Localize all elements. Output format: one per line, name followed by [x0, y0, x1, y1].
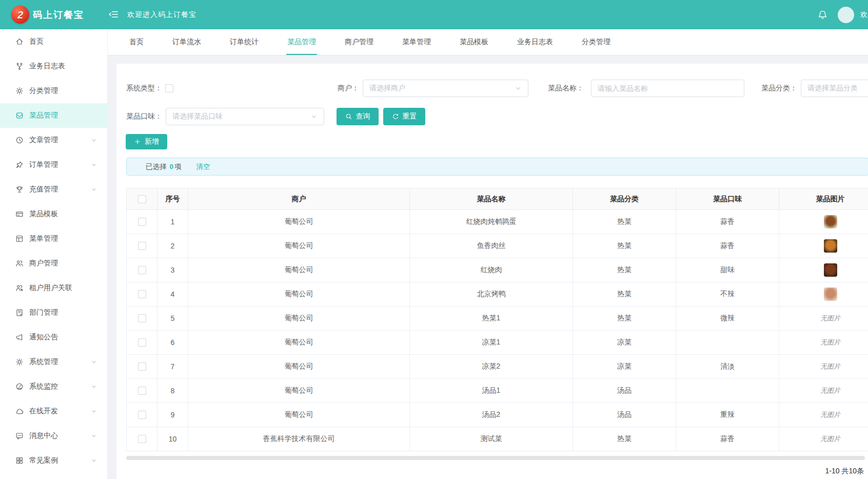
row-index: 9 — [157, 403, 188, 427]
megaphone-icon — [15, 333, 24, 341]
sidebar-item-label: 充值管理 — [29, 185, 58, 194]
row-checkbox[interactable] — [138, 338, 146, 347]
dish-flavor-cell: 微辣 — [676, 306, 779, 331]
sidebar-item-dish[interactable]: 菜品管理 — [0, 103, 107, 128]
sidebar-item-shop[interactable]: 商户管理 — [0, 251, 107, 276]
merchant-cell: 葡萄公司 — [188, 355, 410, 379]
merchant-cell: 葡萄公司 — [188, 379, 410, 403]
tab-2[interactable]: 订单流水 — [158, 29, 215, 55]
system-type-checkbox[interactable] — [165, 84, 173, 92]
row-index: 8 — [157, 379, 188, 403]
no-image-text: 无图片 — [820, 387, 840, 394]
row-checkbox[interactable] — [138, 435, 146, 443]
add-button[interactable]: 新增 — [126, 134, 167, 149]
search-button[interactable]: 查询 — [337, 108, 379, 125]
row-checkbox[interactable] — [138, 387, 146, 395]
row-index: 5 — [157, 306, 188, 331]
sidebar-item-layout[interactable]: 菜单管理 — [0, 226, 107, 251]
select-all-checkbox[interactable] — [138, 195, 146, 203]
dish-image-cell: 无图片 — [779, 331, 868, 355]
clear-selection-link[interactable]: 清空 — [196, 162, 210, 171]
row-checkbox[interactable] — [138, 266, 146, 274]
tab-4[interactable]: 菜品管理 — [273, 29, 330, 55]
menu-fold-icon[interactable] — [108, 9, 119, 20]
sidebar-item-cloud[interactable]: 在线开发 — [0, 399, 107, 424]
sidebar-item-gear[interactable]: 系统管理 — [0, 350, 107, 374]
search-button-label: 查询 — [356, 112, 370, 121]
dish-photo[interactable] — [824, 215, 837, 228]
column-header: 菜品名称 — [410, 188, 573, 210]
tab-5[interactable]: 商户管理 — [330, 29, 388, 55]
sidebar-item-label: 菜品模板 — [29, 209, 58, 219]
tab-1[interactable]: 首页 — [115, 29, 158, 55]
dish-flavor-select[interactable]: 请选择菜品口味 — [166, 108, 324, 125]
sidebar-item-card[interactable]: 菜品模板 — [0, 202, 107, 226]
dish-name-cell: 凉菜2 — [410, 355, 573, 379]
table-header-row: 序号商户菜品名称菜品分类菜品口味菜品图片 — [127, 188, 868, 210]
row-select-cell — [127, 234, 157, 258]
sidebar-item-case[interactable]: 常见案例 — [0, 448, 107, 473]
tab-3[interactable]: 订单统计 — [215, 29, 273, 55]
sidebar-item-monitor[interactable]: 系统监控 — [0, 374, 107, 399]
sidebar-item-megaphone[interactable]: 通知公告 — [0, 325, 107, 350]
tab-8[interactable]: 业务日志表 — [503, 29, 567, 55]
sidebar-item-recharge[interactable]: 充值管理 — [0, 177, 107, 202]
tab-6[interactable]: 菜单管理 — [388, 29, 445, 55]
dish-category-select[interactable]: 请选择菜品分类 — [801, 80, 868, 97]
row-checkbox[interactable] — [138, 218, 146, 226]
row-select-cell — [127, 210, 157, 234]
dish-name-cell: 鱼香肉丝 — [410, 234, 573, 258]
dish-category-select-placeholder: 请选择菜品分类 — [807, 84, 858, 93]
sidebar-item-user-link[interactable]: 租户用户关联 — [0, 276, 107, 300]
sidebar-item-label: 分类管理 — [29, 86, 58, 95]
dish-photo[interactable] — [824, 288, 837, 301]
row-checkbox[interactable] — [138, 411, 146, 419]
tab-7[interactable]: 菜品模板 — [445, 29, 503, 55]
sidebar-item-gear[interactable]: 分类管理 — [0, 79, 107, 103]
sidebar-item-label: 常见案例 — [29, 456, 58, 465]
dish-name-input[interactable] — [591, 80, 744, 97]
message-icon — [15, 432, 24, 440]
sidebar-item-label: 订单管理 — [29, 160, 58, 169]
row-checkbox[interactable] — [138, 242, 146, 250]
merchant-cell: 葡萄公司 — [188, 234, 410, 258]
dish-flavor-cell: 蒜香 — [676, 427, 779, 451]
sidebar-item-dept[interactable]: 部门管理 — [0, 300, 107, 325]
welcome-text: 欢迎进入码上订餐宝 — [127, 0, 196, 29]
dish-name-cell: 汤品2 — [410, 403, 573, 427]
dish-image-cell: 无图片 — [779, 355, 868, 379]
horizontal-scrollbar[interactable] — [126, 456, 865, 460]
reset-button[interactable]: 重置 — [383, 108, 425, 125]
sidebar-item-clock[interactable]: 文章管理 — [0, 128, 107, 152]
merchant-select[interactable]: 请选择商户 — [363, 80, 528, 97]
row-checkbox[interactable] — [138, 290, 146, 298]
sidebar-item-message[interactable]: 消息中心 — [0, 424, 107, 448]
merchant-select-placeholder: 请选择商户 — [369, 84, 405, 93]
sidebar-item-flow[interactable]: 业务日志表 — [0, 54, 107, 79]
tab-9[interactable]: 分类管理 — [567, 29, 625, 55]
table-row: 10香蕉科学技术有限公司测试菜热菜蒜香无图片 — [127, 427, 868, 451]
dish-image-cell — [779, 282, 868, 306]
dish-image-cell — [779, 258, 868, 282]
dish-flavor-cell — [676, 379, 779, 403]
card-icon — [15, 210, 24, 218]
table-row: 8葡萄公司汤品1汤品无图片 — [127, 379, 868, 403]
dish-image-cell: 无图片 — [779, 427, 868, 451]
monitor-icon — [15, 382, 24, 391]
cloud-icon — [15, 407, 24, 415]
sidebar-item-pin[interactable]: 订单管理 — [0, 152, 107, 177]
dish-photo[interactable] — [824, 239, 837, 253]
row-index: 10 — [157, 427, 188, 451]
row-checkbox[interactable] — [138, 362, 146, 371]
avatar[interactable] — [838, 7, 854, 23]
row-select-cell — [127, 306, 157, 331]
row-index: 6 — [157, 331, 188, 355]
sidebar-item-home[interactable]: 首页 — [0, 29, 107, 54]
row-select-cell — [127, 379, 157, 403]
chevron-down-icon — [91, 384, 97, 390]
row-checkbox[interactable] — [138, 314, 146, 322]
merchant-label: 商户： — [338, 80, 359, 97]
dish-photo[interactable] — [824, 263, 837, 277]
row-select-cell — [127, 331, 157, 355]
bell-icon[interactable] — [818, 10, 827, 20]
